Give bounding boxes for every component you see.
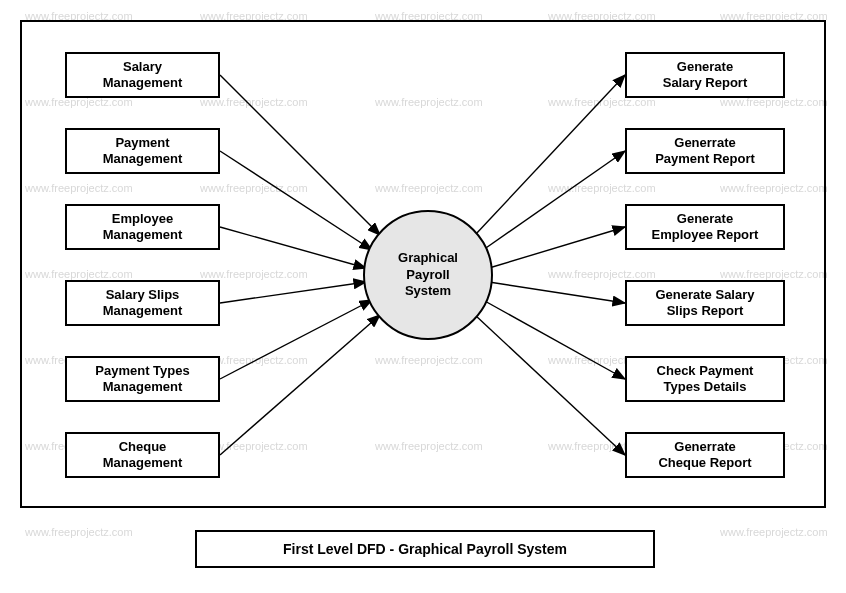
box-label: ChequeManagement: [103, 439, 182, 472]
entity-cheque-management: ChequeManagement: [65, 432, 220, 478]
entity-payment-types-management: Payment TypesManagement: [65, 356, 220, 402]
entity-check-payment-types-details: Check PaymentTypes Details: [625, 356, 785, 402]
entity-payment-management: PaymentManagement: [65, 128, 220, 174]
diagram-title-label: First Level DFD - Graphical Payroll Syst…: [283, 541, 567, 557]
watermark: www.freeprojectz.com: [720, 526, 828, 538]
entity-generate-salary-report: GenerateSalary Report: [625, 52, 785, 98]
process-label: GraphicalPayrollSystem: [398, 250, 458, 301]
box-label: GenerrateCheque Report: [658, 439, 751, 472]
entity-generate-cheque-report: GenerrateCheque Report: [625, 432, 785, 478]
box-label: GenerateEmployee Report: [652, 211, 759, 244]
box-label: GenerratePayment Report: [655, 135, 755, 168]
entity-generate-payment-report: GenerratePayment Report: [625, 128, 785, 174]
box-label: SalaryManagement: [103, 59, 182, 92]
entity-employee-management: EmployeeManagement: [65, 204, 220, 250]
process-graphical-payroll-system: GraphicalPayrollSystem: [363, 210, 493, 340]
box-label: Check PaymentTypes Details: [657, 363, 754, 396]
box-label: PaymentManagement: [103, 135, 182, 168]
entity-generate-salary-slips-report: Generate SalarySlips Report: [625, 280, 785, 326]
entity-salary-management: SalaryManagement: [65, 52, 220, 98]
box-label: Payment TypesManagement: [95, 363, 189, 396]
entity-salary-slips-management: Salary SlipsManagement: [65, 280, 220, 326]
box-label: Salary SlipsManagement: [103, 287, 182, 320]
box-label: EmployeeManagement: [103, 211, 182, 244]
box-label: Generate SalarySlips Report: [655, 287, 754, 320]
diagram-title: First Level DFD - Graphical Payroll Syst…: [195, 530, 655, 568]
entity-generate-employee-report: GenerateEmployee Report: [625, 204, 785, 250]
box-label: GenerateSalary Report: [663, 59, 748, 92]
watermark: www.freeprojectz.com: [25, 526, 133, 538]
